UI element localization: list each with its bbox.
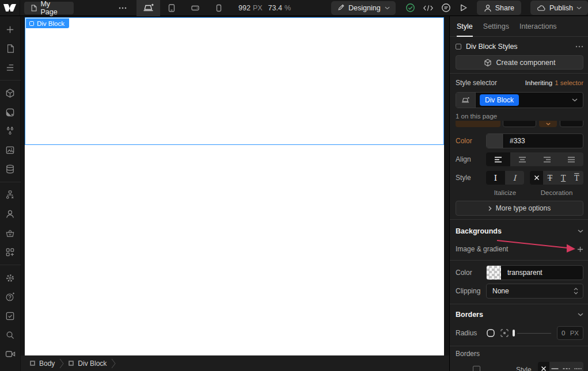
libraries-button[interactable] [2, 104, 18, 120]
pages-button[interactable] [2, 40, 18, 56]
tab-interactions[interactable]: Interactions [519, 16, 557, 37]
align-left-button[interactable] [486, 152, 510, 166]
find-button[interactable] [2, 327, 18, 343]
type-color-field[interactable]: #333 [486, 133, 583, 148]
selector-field[interactable]: Div Block [456, 92, 583, 108]
styles-title: Div Block Styles [466, 43, 518, 51]
chevron-down-icon[interactable] [578, 230, 583, 233]
breakpoint-tablet[interactable] [160, 0, 184, 16]
add-elements-button[interactable] [2, 21, 18, 37]
decoration-strikethrough-button[interactable]: T [543, 171, 556, 185]
more-type-options-button[interactable]: More type options [456, 201, 583, 216]
border-dashed-button[interactable] [561, 362, 572, 371]
style-regular-button[interactable]: I [486, 171, 505, 185]
selected-div-block[interactable]: Div Block [25, 17, 444, 145]
assets-button[interactable] [2, 142, 18, 158]
clipping-select[interactable]: None [486, 284, 583, 299]
ellipsis-icon[interactable] [575, 45, 583, 48]
slider-track[interactable] [517, 333, 551, 334]
audit-button[interactable] [2, 308, 18, 324]
border-dotted-button[interactable] [572, 362, 583, 371]
share-button[interactable]: Share [477, 1, 521, 15]
chevron-down-icon[interactable] [572, 98, 578, 102]
components-button[interactable] [2, 85, 18, 101]
preview-button[interactable] [456, 1, 469, 15]
breakpoint-phone-portrait[interactable] [207, 0, 230, 16]
add-background-plus-icon[interactable] [577, 246, 583, 253]
type-color-row: Color #333 [456, 133, 583, 148]
publish-button[interactable]: Publish [530, 1, 588, 15]
decoration-none-button[interactable] [530, 171, 543, 185]
breakpoint-indicator-button[interactable] [456, 93, 476, 108]
page-menu-button[interactable]: My Page [24, 2, 74, 14]
radius-value: 0 [562, 330, 565, 336]
borders-header[interactable]: Borders [456, 309, 583, 320]
breakpoint-desktop-base[interactable] [136, 0, 160, 16]
code-export-button[interactable] [422, 1, 435, 15]
video-tutorials-button[interactable] [2, 346, 18, 362]
selector-class-label: Div Block [485, 96, 514, 104]
border-solid-button[interactable] [549, 362, 561, 371]
clipping-value: None [492, 287, 509, 295]
create-component-button[interactable]: Create component [456, 55, 583, 70]
align-right-button[interactable] [535, 152, 559, 166]
border-none-button[interactable] [538, 362, 549, 371]
tab-label: Style [457, 22, 473, 30]
style-italic-button[interactable]: I [505, 171, 524, 185]
borders-title: Borders [456, 311, 483, 319]
comments-button[interactable] [439, 1, 453, 15]
radius-individual-corners-icon[interactable] [500, 328, 509, 338]
mode-dropdown[interactable]: Designing [331, 1, 396, 15]
slider-handle[interactable] [513, 330, 515, 336]
webflow-designer: { "topbar": { "page_menu_label": "My Pag… [0, 0, 588, 371]
radius-slider[interactable] [513, 326, 552, 340]
selector-class-tag[interactable]: Div Block [480, 94, 519, 106]
decoration-underline-button[interactable]: T [557, 171, 570, 185]
size-input-partial[interactable] [503, 121, 536, 127]
height-input-partial[interactable] [560, 121, 583, 127]
color-swatch[interactable] [487, 134, 504, 148]
navigator-button[interactable] [2, 59, 18, 75]
breadcrumb-item-body[interactable]: Body [26, 355, 58, 371]
tab-settings[interactable]: Settings [483, 16, 509, 37]
variables-button[interactable] [2, 123, 18, 139]
borders-subsection-title: Borders [456, 350, 480, 358]
users-button[interactable] [2, 206, 18, 222]
logic-button[interactable] [2, 187, 18, 203]
comment-icon [441, 3, 451, 13]
tab-label: Interactions [519, 22, 557, 30]
breakpoint-phone-landscape[interactable] [184, 0, 207, 16]
background-color-field[interactable]: transparent [486, 265, 583, 280]
settings-button[interactable] [2, 270, 18, 286]
selected-element-badge[interactable]: Div Block [26, 18, 69, 28]
cms-button[interactable] [2, 161, 18, 177]
zoom-readout[interactable]: 73.4 % [268, 4, 291, 12]
help-button[interactable] [2, 289, 18, 305]
inherited-stepper-partial[interactable] [539, 121, 557, 127]
decoration-overline-button[interactable]: T [570, 171, 583, 185]
inherited-dropdown-partial[interactable] [456, 121, 500, 127]
chevron-down-icon[interactable] [578, 313, 583, 316]
audit-status-button[interactable] [404, 1, 417, 15]
inheritance-info[interactable]: Inheriting 1 selector [525, 79, 583, 86]
paintbrush-icon [337, 4, 344, 12]
page-menu-label: My Page [40, 0, 68, 16]
radius-all-corners-icon[interactable] [486, 328, 495, 338]
align-justify-button[interactable] [559, 152, 583, 166]
border-side-selector-icon[interactable] [473, 366, 480, 371]
webflow-logo[interactable] [0, 0, 20, 16]
page-canvas[interactable]: Div Block [25, 17, 444, 356]
apps-button[interactable] [2, 244, 18, 260]
borders-subsection-row: Borders [456, 349, 583, 358]
ecommerce-button[interactable] [2, 225, 18, 241]
more-options-button[interactable] [115, 1, 130, 15]
radius-input[interactable]: 0 PX [557, 326, 583, 340]
align-center-button[interactable] [510, 152, 534, 166]
breadcrumb-item-div-block[interactable]: Div Block [65, 355, 110, 371]
tab-style[interactable]: Style [457, 16, 473, 37]
backgrounds-header[interactable]: Backgrounds [456, 225, 583, 237]
align-center-icon [518, 156, 526, 163]
canvas-width-readout[interactable]: 992 PX [238, 4, 263, 12]
transparent-swatch[interactable] [487, 266, 502, 280]
divider [450, 304, 588, 304]
